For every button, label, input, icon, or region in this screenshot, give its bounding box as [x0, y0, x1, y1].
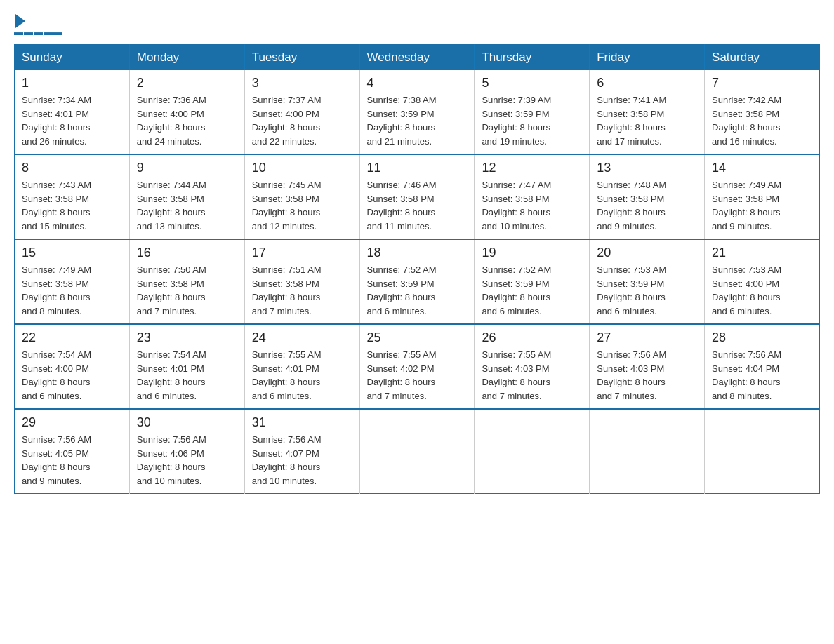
- day-info: Sunrise: 7:53 AMSunset: 4:00 PMDaylight:…: [712, 264, 781, 316]
- calendar-week-row: 29 Sunrise: 7:56 AMSunset: 4:05 PMDaylig…: [15, 409, 820, 494]
- day-number: 18: [367, 246, 468, 260]
- calendar-week-row: 22 Sunrise: 7:54 AMSunset: 4:00 PMDaylig…: [15, 324, 820, 409]
- calendar-day-cell: 11 Sunrise: 7:46 AMSunset: 3:58 PMDaylig…: [359, 154, 475, 239]
- calendar-day-cell: 8 Sunrise: 7:43 AMSunset: 3:58 PMDayligh…: [15, 154, 130, 239]
- day-info: Sunrise: 7:56 AMSunset: 4:06 PMDaylight:…: [137, 434, 206, 486]
- weekday-header-tuesday: Tuesday: [244, 45, 359, 71]
- day-number: 12: [482, 161, 582, 175]
- day-info: Sunrise: 7:54 AMSunset: 4:00 PMDaylight:…: [22, 349, 91, 401]
- day-number: 17: [252, 246, 352, 260]
- day-number: 2: [137, 76, 237, 90]
- calendar-day-cell: 31 Sunrise: 7:56 AMSunset: 4:07 PMDaylig…: [244, 409, 359, 494]
- day-info: Sunrise: 7:45 AMSunset: 3:58 PMDaylight:…: [252, 180, 322, 232]
- calendar-week-row: 1 Sunrise: 7:34 AMSunset: 4:01 PMDayligh…: [15, 70, 820, 154]
- day-info: Sunrise: 7:37 AMSunset: 4:00 PMDaylight:…: [252, 95, 322, 147]
- calendar-day-cell: 6 Sunrise: 7:41 AMSunset: 3:58 PMDayligh…: [590, 70, 705, 154]
- day-number: 1: [22, 76, 122, 90]
- calendar-day-cell: 21 Sunrise: 7:53 AMSunset: 4:00 PMDaylig…: [705, 239, 820, 324]
- day-info: Sunrise: 7:46 AMSunset: 3:58 PMDaylight:…: [367, 180, 437, 232]
- day-number: 15: [22, 246, 122, 260]
- day-info: Sunrise: 7:47 AMSunset: 3:58 PMDaylight:…: [482, 180, 551, 232]
- day-number: 10: [252, 161, 352, 175]
- calendar-day-cell: [359, 409, 475, 494]
- day-number: 22: [22, 330, 122, 345]
- day-info: Sunrise: 7:55 AMSunset: 4:02 PMDaylight:…: [367, 349, 437, 401]
- day-info: Sunrise: 7:49 AMSunset: 3:58 PMDaylight:…: [712, 180, 781, 232]
- calendar-day-cell: 20 Sunrise: 7:53 AMSunset: 3:59 PMDaylig…: [590, 239, 705, 324]
- day-info: Sunrise: 7:39 AMSunset: 3:59 PMDaylight:…: [482, 95, 551, 147]
- day-info: Sunrise: 7:55 AMSunset: 4:03 PMDaylight:…: [482, 349, 551, 401]
- weekday-header-thursday: Thursday: [475, 45, 590, 71]
- weekday-header-monday: Monday: [129, 45, 244, 71]
- calendar-day-cell: 5 Sunrise: 7:39 AMSunset: 3:59 PMDayligh…: [475, 70, 590, 154]
- calendar-day-cell: 29 Sunrise: 7:56 AMSunset: 4:05 PMDaylig…: [15, 409, 130, 494]
- day-info: Sunrise: 7:56 AMSunset: 4:07 PMDaylight:…: [252, 434, 322, 486]
- day-info: Sunrise: 7:54 AMSunset: 4:01 PMDaylight:…: [137, 349, 206, 401]
- day-number: 26: [482, 330, 582, 345]
- calendar-day-cell: 15 Sunrise: 7:49 AMSunset: 3:58 PMDaylig…: [15, 239, 130, 324]
- calendar-table: SundayMondayTuesdayWednesdayThursdayFrid…: [14, 44, 820, 494]
- weekday-header-friday: Friday: [590, 45, 705, 71]
- day-info: Sunrise: 7:48 AMSunset: 3:58 PMDaylight:…: [597, 180, 666, 232]
- calendar-day-cell: 9 Sunrise: 7:44 AMSunset: 3:58 PMDayligh…: [129, 154, 244, 239]
- day-info: Sunrise: 7:53 AMSunset: 3:59 PMDaylight:…: [597, 264, 666, 316]
- calendar-week-row: 8 Sunrise: 7:43 AMSunset: 3:58 PMDayligh…: [15, 154, 820, 239]
- weekday-header-saturday: Saturday: [705, 45, 820, 71]
- day-info: Sunrise: 7:34 AMSunset: 4:01 PMDaylight:…: [22, 95, 91, 147]
- day-info: Sunrise: 7:42 AMSunset: 3:58 PMDaylight:…: [712, 95, 781, 147]
- calendar-day-cell: 26 Sunrise: 7:55 AMSunset: 4:03 PMDaylig…: [475, 324, 590, 409]
- day-info: Sunrise: 7:51 AMSunset: 3:58 PMDaylight:…: [252, 264, 322, 316]
- calendar-day-cell: 10 Sunrise: 7:45 AMSunset: 3:58 PMDaylig…: [244, 154, 359, 239]
- calendar-day-cell: 22 Sunrise: 7:54 AMSunset: 4:00 PMDaylig…: [15, 324, 130, 409]
- calendar-day-cell: 23 Sunrise: 7:54 AMSunset: 4:01 PMDaylig…: [129, 324, 244, 409]
- page-header: ▬▬▬▬▬: [14, 14, 820, 37]
- weekday-header-wednesday: Wednesday: [359, 45, 475, 71]
- calendar-day-cell: 2 Sunrise: 7:36 AMSunset: 4:00 PMDayligh…: [129, 70, 244, 154]
- day-number: 7: [712, 76, 812, 90]
- calendar-day-cell: [475, 409, 590, 494]
- day-number: 6: [597, 76, 697, 90]
- calendar-day-cell: 12 Sunrise: 7:47 AMSunset: 3:58 PMDaylig…: [475, 154, 590, 239]
- day-number: 21: [712, 246, 812, 260]
- calendar-day-cell: 30 Sunrise: 7:56 AMSunset: 4:06 PMDaylig…: [129, 409, 244, 494]
- calendar-day-cell: 24 Sunrise: 7:55 AMSunset: 4:01 PMDaylig…: [244, 324, 359, 409]
- day-info: Sunrise: 7:56 AMSunset: 4:05 PMDaylight:…: [22, 434, 91, 486]
- logo: ▬▬▬▬▬: [14, 14, 63, 37]
- day-number: 3: [252, 76, 352, 90]
- calendar-day-cell: 13 Sunrise: 7:48 AMSunset: 3:58 PMDaylig…: [590, 154, 705, 239]
- day-number: 29: [22, 415, 122, 430]
- day-number: 24: [252, 330, 352, 345]
- day-info: Sunrise: 7:50 AMSunset: 3:58 PMDaylight:…: [137, 264, 206, 316]
- day-number: 23: [137, 330, 237, 345]
- day-info: Sunrise: 7:56 AMSunset: 4:04 PMDaylight:…: [712, 349, 781, 401]
- day-number: 5: [482, 76, 582, 90]
- day-info: Sunrise: 7:56 AMSunset: 4:03 PMDaylight:…: [597, 349, 666, 401]
- day-number: 31: [252, 415, 352, 430]
- calendar-day-cell: 1 Sunrise: 7:34 AMSunset: 4:01 PMDayligh…: [15, 70, 130, 154]
- day-info: Sunrise: 7:52 AMSunset: 3:59 PMDaylight:…: [367, 264, 437, 316]
- day-number: 25: [367, 330, 468, 345]
- day-info: Sunrise: 7:43 AMSunset: 3:58 PMDaylight:…: [22, 180, 91, 232]
- day-number: 30: [137, 415, 237, 430]
- day-info: Sunrise: 7:41 AMSunset: 3:58 PMDaylight:…: [597, 95, 666, 147]
- day-number: 4: [367, 76, 468, 90]
- calendar-day-cell: 16 Sunrise: 7:50 AMSunset: 3:58 PMDaylig…: [129, 239, 244, 324]
- calendar-day-cell: 3 Sunrise: 7:37 AMSunset: 4:00 PMDayligh…: [244, 70, 359, 154]
- calendar-day-cell: [590, 409, 705, 494]
- day-number: 16: [137, 246, 237, 260]
- calendar-week-row: 15 Sunrise: 7:49 AMSunset: 3:58 PMDaylig…: [15, 239, 820, 324]
- day-info: Sunrise: 7:36 AMSunset: 4:00 PMDaylight:…: [137, 95, 206, 147]
- day-number: 20: [597, 246, 697, 260]
- calendar-day-cell: 17 Sunrise: 7:51 AMSunset: 3:58 PMDaylig…: [244, 239, 359, 324]
- calendar-day-cell: [705, 409, 820, 494]
- weekday-header-sunday: Sunday: [15, 45, 130, 71]
- calendar-day-cell: 19 Sunrise: 7:52 AMSunset: 3:59 PMDaylig…: [475, 239, 590, 324]
- logo-arrow-icon: [15, 14, 25, 28]
- logo-underline: ▬▬▬▬▬: [14, 27, 63, 37]
- day-info: Sunrise: 7:52 AMSunset: 3:59 PMDaylight:…: [482, 264, 551, 316]
- day-info: Sunrise: 7:55 AMSunset: 4:01 PMDaylight:…: [252, 349, 322, 401]
- calendar-day-cell: 27 Sunrise: 7:56 AMSunset: 4:03 PMDaylig…: [590, 324, 705, 409]
- calendar-day-cell: 18 Sunrise: 7:52 AMSunset: 3:59 PMDaylig…: [359, 239, 475, 324]
- day-number: 19: [482, 246, 582, 260]
- day-info: Sunrise: 7:44 AMSunset: 3:58 PMDaylight:…: [137, 180, 206, 232]
